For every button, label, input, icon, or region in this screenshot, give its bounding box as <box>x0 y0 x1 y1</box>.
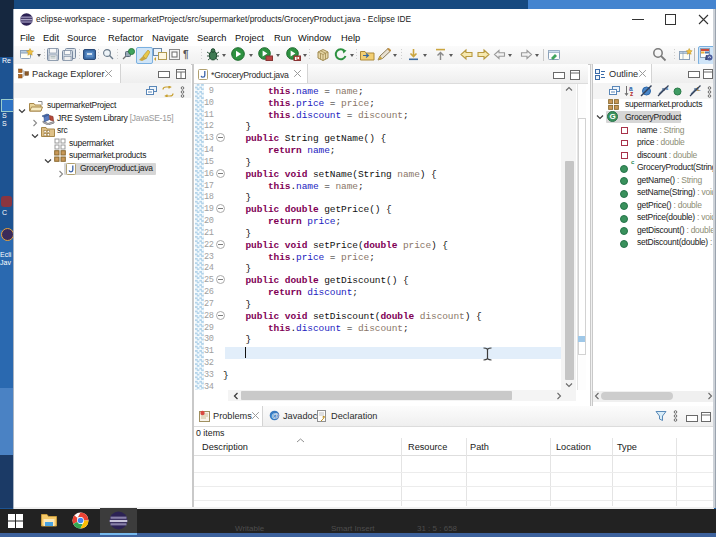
svg-text:@: @ <box>271 411 279 420</box>
svg-text:G: G <box>609 112 615 121</box>
svg-text:z: z <box>630 90 634 97</box>
